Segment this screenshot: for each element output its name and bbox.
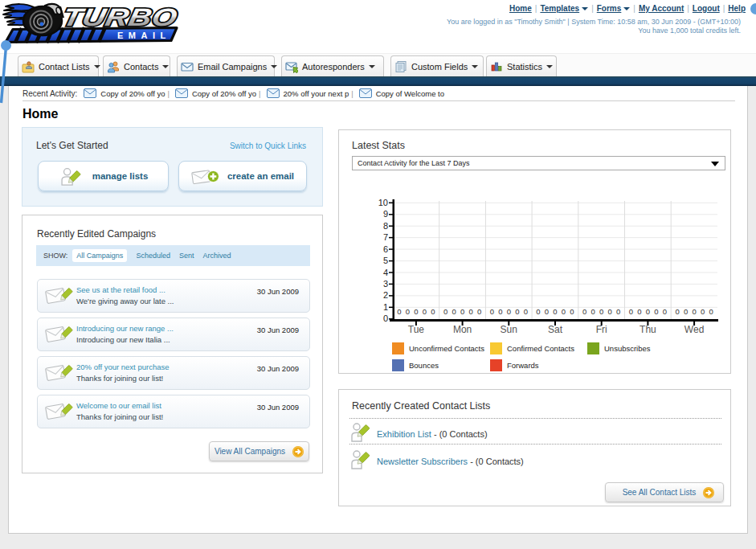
svg-text:0: 0 (646, 307, 650, 316)
svg-text:0: 0 (431, 307, 435, 316)
svg-text:Sat: Sat (548, 324, 563, 335)
svg-text:5: 5 (383, 256, 388, 265)
svg-text:0: 0 (608, 307, 612, 316)
svg-text:0: 0 (397, 307, 401, 316)
svg-text:0: 0 (515, 307, 519, 316)
svg-text:0: 0 (675, 307, 679, 316)
svg-text:0: 0 (498, 307, 502, 316)
svg-text:Tue: Tue (408, 324, 425, 335)
svg-text:0: 0 (452, 307, 456, 316)
svg-text:0: 0 (406, 307, 410, 316)
svg-text:0: 0 (684, 307, 688, 316)
svg-text:EMAIL: EMAIL (117, 31, 171, 40)
svg-text:0: 0 (414, 307, 418, 316)
svg-text:Fri: Fri (596, 324, 607, 335)
svg-text:0: 0 (591, 307, 595, 316)
svg-text:Sun: Sun (501, 324, 517, 335)
svg-text:0: 0 (553, 307, 557, 316)
svg-text:7: 7 (383, 232, 388, 242)
svg-text:9: 9 (383, 209, 388, 219)
svg-text:0: 0 (599, 307, 603, 316)
svg-text:0: 0 (570, 307, 574, 316)
svg-text:0: 0 (616, 307, 620, 316)
svg-text:0: 0 (443, 307, 447, 316)
svg-text:Mon: Mon (453, 324, 472, 335)
svg-text:0: 0 (545, 307, 549, 316)
svg-text:0: 0 (701, 307, 705, 316)
svg-text:3: 3 (383, 279, 388, 289)
svg-text:0: 0 (582, 307, 586, 316)
svg-text:Thu: Thu (640, 324, 656, 335)
svg-text:0: 0 (692, 307, 696, 316)
svg-text:6: 6 (383, 244, 388, 254)
svg-text:8: 8 (383, 221, 388, 231)
svg-text:0: 0 (562, 307, 566, 316)
svg-text:0: 0 (490, 307, 494, 316)
svg-text:Wed: Wed (684, 324, 704, 335)
svg-text:2: 2 (383, 290, 388, 300)
svg-text:0: 0 (477, 307, 481, 316)
svg-text:0: 0 (524, 307, 528, 316)
svg-text:1: 1 (383, 302, 388, 312)
svg-text:0: 0 (460, 307, 464, 316)
svg-text:0: 0 (629, 307, 633, 316)
svg-text:0: 0 (709, 307, 713, 316)
svg-text:4: 4 (383, 268, 388, 277)
svg-text:0: 0 (507, 307, 511, 316)
svg-text:TURBO: TURBO (60, 3, 180, 31)
svg-text:0: 0 (663, 307, 667, 316)
svg-text:0: 0 (536, 307, 540, 316)
svg-text:10: 10 (378, 198, 388, 207)
svg-text:0: 0 (468, 307, 472, 316)
svg-text:0: 0 (637, 307, 641, 316)
svg-text:0: 0 (383, 313, 388, 323)
svg-text:0: 0 (423, 307, 427, 316)
svg-text:0: 0 (654, 307, 658, 316)
